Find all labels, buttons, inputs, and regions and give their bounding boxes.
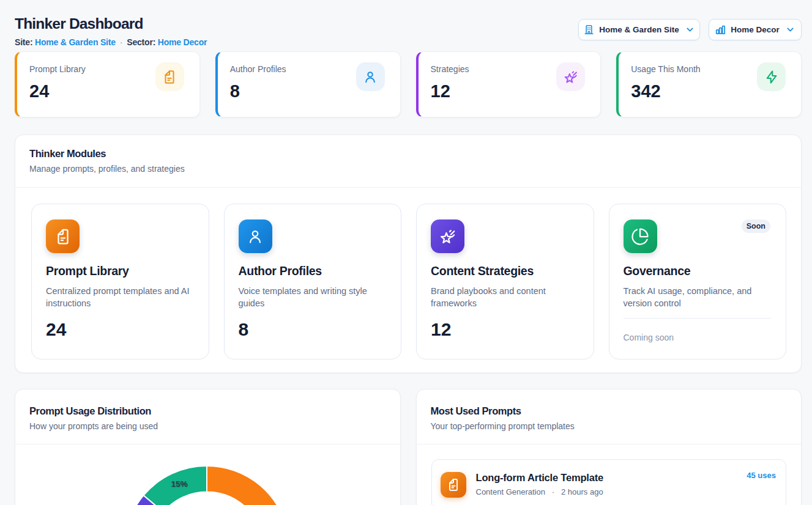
svg-text:15%: 15% xyxy=(171,479,187,488)
